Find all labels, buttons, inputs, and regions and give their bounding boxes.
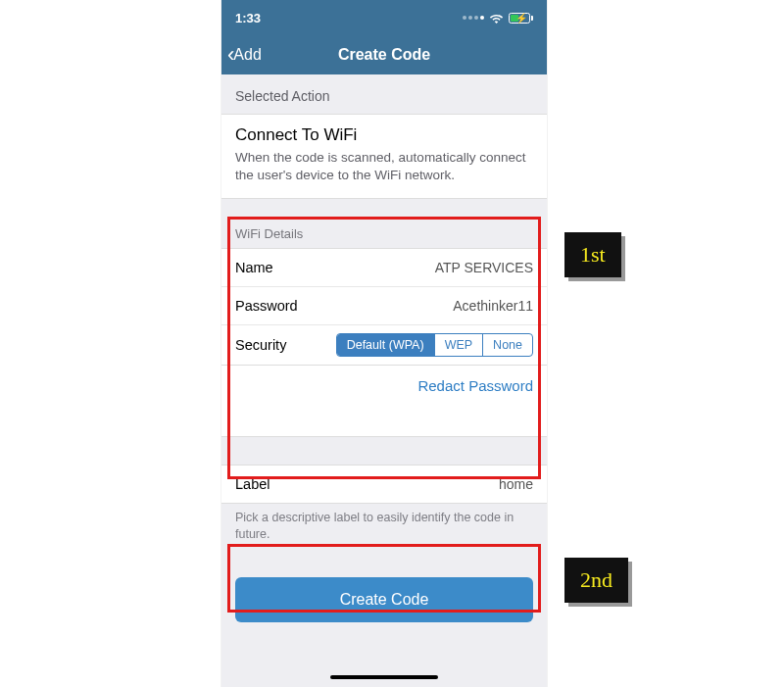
battery-icon: ⚡ [509,13,533,24]
back-label: Add [233,46,261,64]
wifi-name-value: ATP SERVICES [435,260,533,275]
home-indicator[interactable] [330,675,438,679]
wifi-security-row: Security Default (WPA) WEP None [221,325,547,365]
redact-password-link[interactable]: Redact Password [417,377,533,394]
selected-action-header: Selected Action [221,74,547,114]
redact-row: Redact Password [221,366,547,437]
status-bar: 1:33 ⚡ [221,0,547,35]
label-field-label: Label [235,476,270,492]
status-right: ⚡ [463,13,533,24]
security-option-wep[interactable]: WEP [434,334,482,356]
wifi-password-label: Password [235,298,298,314]
back-button[interactable]: ‹ Add [227,35,262,74]
page-title: Create Code [338,46,430,64]
label-row[interactable]: Label home [221,466,547,503]
wifi-icon [489,13,504,24]
action-title: Connect To WiFi [235,125,533,145]
annotation-badge-1: 1st [564,232,621,277]
label-group: Label home [221,465,547,504]
annotation-badge-2: 2nd [564,558,628,603]
status-time: 1:33 [235,11,261,25]
wifi-details-group: Name ATP SERVICES Password Acethinker11 … [221,248,547,366]
wifi-password-row[interactable]: Password Acethinker11 [221,287,547,325]
label-field-value: home [499,476,533,492]
wifi-name-row[interactable]: Name ATP SERVICES [221,249,547,287]
selected-action-block: Connect To WiFi When the code is scanned… [221,114,547,199]
action-description: When the code is scanned, automatically … [235,149,533,184]
cell-signal-icon [463,16,484,20]
wifi-password-value: Acethinker11 [453,298,533,314]
wifi-name-label: Name [235,260,273,275]
security-option-default[interactable]: Default (WPA) [337,334,434,356]
wifi-details-header: WiFi Details [221,217,547,248]
security-segmented-control: Default (WPA) WEP None [336,333,533,357]
label-help-text: Pick a descriptive label to easily ident… [221,504,547,566]
phone-screen: 1:33 ⚡ ‹ Add Create Code Selected Action… [221,0,547,687]
security-option-none[interactable]: None [482,334,532,356]
create-code-button[interactable]: Create Code [235,577,533,622]
wifi-security-label: Security [235,337,286,353]
nav-bar: ‹ Add Create Code [221,35,547,74]
